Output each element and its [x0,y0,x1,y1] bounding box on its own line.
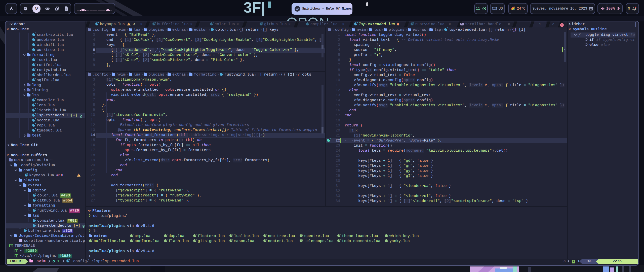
svg-text:3F|: 3F| [244,0,265,16]
